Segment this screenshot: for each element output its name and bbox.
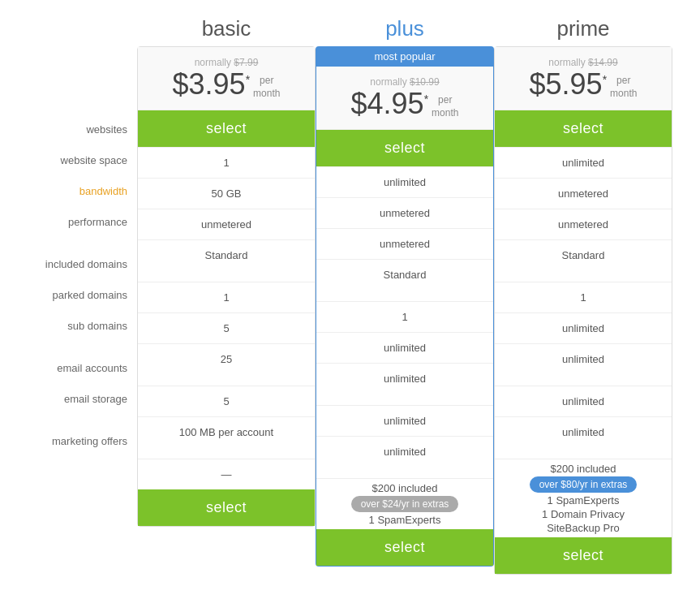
prime-plan-pricing: normally $14.99 $5.95 * permonth — [495, 47, 672, 110]
plus-marketing-text: $200 included — [372, 482, 438, 494]
plus-gap2 — [316, 394, 493, 405]
plus-asterisk: * — [424, 93, 428, 106]
label-performance: performance — [28, 206, 137, 237]
basic-bandwidth: unmetered — [138, 209, 315, 239]
plus-performance: Standard — [316, 259, 493, 290]
prime-performance: Standard — [495, 239, 672, 270]
prime-sub-domains: unlimited — [495, 343, 672, 374]
most-popular-badge: most popular — [316, 46, 494, 67]
prime-marketing-text: $200 included — [551, 463, 616, 475]
basic-sub-domains: 25 — [138, 343, 315, 374]
label-email-storage: email storage — [28, 383, 137, 414]
basic-plan-pricing: normally $7.99 $3.95 * permonth — [138, 47, 315, 110]
basic-features: 1 50 GB unmetered Standard 1 5 25 5 100 … — [138, 147, 315, 489]
plus-normally-text: normally $10.99 — [323, 76, 487, 88]
plus-website-space: unmetered — [316, 197, 493, 228]
basic-normally-text: normally $7.99 — [144, 57, 308, 68]
plus-plan-column: plus most popular normally $10.99 $4.95 … — [316, 16, 494, 567]
basic-email-accounts: 5 — [138, 386, 315, 416]
basic-plan-column: basic normally $7.99 $3.95 * permonth se… — [137, 16, 316, 527]
label-sub-domains: sub domains — [28, 310, 137, 341]
plus-email-storage: unlimited — [316, 436, 493, 467]
basic-price-display: $3.95 * permonth — [144, 70, 308, 100]
plus-plan-title: plus — [385, 16, 424, 41]
basic-price: $3.95 — [173, 70, 246, 99]
basic-marketing: — — [138, 459, 315, 489]
plus-extras-badge: over $24/yr in extras — [351, 496, 459, 512]
prime-marketing: $200 included over $80/yr in extras 1 Sp… — [495, 459, 672, 537]
plus-plan-pricing: normally $10.99 $4.95 * permonth — [316, 67, 493, 130]
prime-features: unlimited unmetered unmetered Standard 1… — [495, 147, 672, 537]
plus-per: permonth — [432, 94, 458, 119]
plus-sub-domains: unlimited — [316, 363, 493, 394]
label-marketing-offers: marketing offers — [28, 425, 137, 456]
basic-websites: 1 — [138, 147, 315, 178]
feature-labels-column: websites website space bandwidth perform… — [28, 16, 137, 456]
prime-gap3 — [495, 447, 672, 459]
basic-plan-card: normally $7.99 $3.95 * permonth select 1… — [137, 46, 316, 527]
basic-gap1 — [138, 270, 315, 282]
basic-per: permonth — [253, 75, 280, 100]
prime-websites: unlimited — [495, 147, 672, 178]
plus-plan-card: normally $10.99 $4.95 * permonth select … — [316, 67, 494, 567]
label-email-accounts: email accounts — [28, 352, 137, 383]
prime-gap1 — [495, 270, 672, 282]
plus-included-domains: 1 — [316, 301, 493, 332]
plus-email-accounts: unlimited — [316, 405, 493, 436]
plus-gap3 — [316, 467, 493, 478]
label-included-domains: included domains — [28, 248, 137, 279]
label-bandwidth: bandwidth — [28, 175, 137, 206]
basic-select-top-button[interactable]: select — [138, 110, 315, 147]
plus-bandwidth: unmetered — [316, 228, 493, 259]
basic-included-domains: 1 — [138, 282, 315, 312]
prime-email-storage: unlimited — [495, 416, 672, 447]
plus-select-bottom-button[interactable]: select — [316, 529, 493, 566]
label-websites: websites — [28, 114, 137, 144]
prime-plan-column: prime normally $14.99 $5.95 * permonth s… — [494, 16, 672, 575]
plus-price: $4.95 — [351, 89, 424, 119]
prime-normally-text: normally $14.99 — [501, 57, 665, 68]
label-website-space: website space — [28, 144, 137, 175]
prime-spam-experts: 1 SpamExperts — [548, 494, 620, 506]
basic-email-storage: 100 MB per account — [138, 416, 315, 447]
plus-marketing: $200 included over $24/yr in extras 1 Sp… — [316, 478, 493, 529]
prime-select-bottom-button[interactable]: select — [495, 537, 672, 574]
prime-gap2 — [495, 374, 672, 386]
basic-parked-domains: 5 — [138, 312, 315, 343]
basic-website-space: 50 GB — [138, 178, 315, 209]
plus-spam-experts: 1 SpamExperts — [369, 514, 441, 526]
basic-plan-title: basic — [202, 16, 251, 41]
plus-price-display: $4.95 * permonth — [323, 89, 487, 119]
plus-features: unlimited unmetered unmetered Standard 1… — [316, 166, 493, 529]
prime-select-top-button[interactable]: select — [495, 110, 672, 147]
prime-included-domains: 1 — [495, 282, 672, 312]
prime-per: permonth — [610, 75, 637, 100]
prime-asterisk: * — [603, 73, 607, 86]
prime-price-display: $5.95 * permonth — [501, 70, 665, 100]
basic-gap2 — [138, 374, 315, 386]
prime-domain-privacy: 1 Domain Privacy — [542, 508, 625, 520]
basic-asterisk: * — [246, 73, 250, 86]
label-parked-domains: parked domains — [28, 279, 137, 310]
prime-email-accounts: unlimited — [495, 386, 672, 416]
basic-gap3 — [138, 447, 315, 459]
prime-plan-title: prime — [556, 16, 609, 41]
prime-plan-card: normally $14.99 $5.95 * permonth select … — [494, 46, 672, 575]
plus-gap1 — [316, 290, 493, 301]
prime-bandwidth: unmetered — [495, 209, 672, 239]
plus-parked-domains: unlimited — [316, 332, 493, 363]
prime-price: $5.95 — [530, 70, 603, 99]
prime-extras-badge: over $80/yr in extras — [530, 476, 638, 493]
pricing-table: websites website space bandwidth perform… — [0, 0, 700, 591]
prime-website-space: unmetered — [495, 178, 672, 209]
plus-websites: unlimited — [316, 166, 493, 197]
basic-performance: Standard — [138, 239, 315, 270]
plus-select-top-button[interactable]: select — [316, 130, 493, 166]
prime-sitebackup: SiteBackup Pro — [547, 522, 620, 534]
prime-parked-domains: unlimited — [495, 312, 672, 343]
basic-select-bottom-button[interactable]: select — [138, 489, 315, 526]
